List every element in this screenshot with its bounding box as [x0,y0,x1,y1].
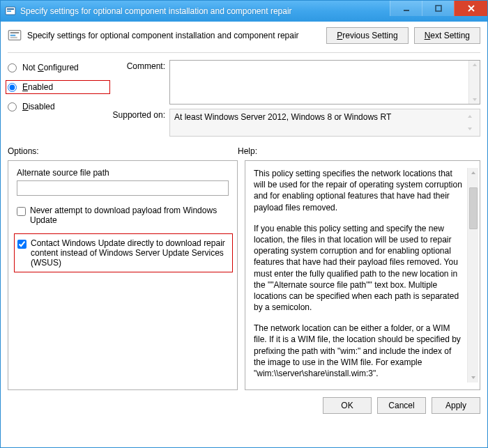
contact-wu-highlight: Contact Windows Update directly to downl… [14,233,233,272]
radio-enabled-highlight: Enabled [6,80,110,94]
svg-rect-6 [10,32,20,33]
svg-rect-2 [7,10,11,12]
comment-textarea[interactable] [170,61,468,104]
options-panel: Alternate source file path Never attempt… [8,160,238,390]
maximize-button[interactable] [422,1,454,16]
close-button[interactable] [454,1,487,16]
comment-label: Comment: [109,60,165,71]
radio-enabled-input[interactable] [8,83,17,92]
svg-rect-7 [10,35,16,36]
alt-path-input[interactable] [17,180,229,196]
radio-disabled-input[interactable] [8,102,17,111]
help-p2: If you enable this policy setting and sp… [254,223,463,314]
scroll-up-icon[interactable] [471,170,476,176]
svg-rect-3 [404,10,409,11]
window-buttons [390,1,487,22]
contact-wu-checkbox-row[interactable]: Contact Windows Update directly to downl… [17,238,228,268]
header-row: Specify settings for optional component … [8,27,480,44]
svg-rect-1 [7,8,14,10]
ok-button[interactable]: OK [323,397,372,414]
body-row: Alternate source file path Never attempt… [8,160,480,390]
options-label: Options: [8,146,238,156]
divider [8,52,480,53]
gpo-editor-window: Specify settings for optional component … [0,0,488,448]
svg-rect-4 [436,6,441,11]
config-grid: Not Configured Enabled Disabled Comment: [8,60,480,137]
policy-icon [8,29,22,43]
titlebar: Specify settings for optional component … [1,1,487,22]
minimize-button[interactable] [390,1,422,16]
supported-scrollbar[interactable] [464,112,475,133]
help-label: Help: [238,146,480,156]
section-labels: Options: Help: [8,146,480,156]
never-download-checkbox[interactable] [17,207,26,216]
radio-not-configured[interactable]: Not Configured [8,63,105,72]
supported-on-box: At least Windows Server 2012, Windows 8 … [169,109,480,137]
supported-on-text: At least Windows Server 2012, Windows 8 … [174,112,464,133]
radio-enabled[interactable]: Enabled [8,82,53,92]
policy-headline: Specify settings for optional component … [27,31,326,40]
scroll-down-icon[interactable] [471,375,476,380]
previous-setting-button[interactable]: Previous Setting [326,27,408,44]
contact-wu-label: Contact Windows Update directly to downl… [31,238,228,268]
app-icon [5,6,16,17]
radio-not-configured-input[interactable] [8,63,17,72]
help-content: This policy setting specifies the networ… [254,168,467,383]
help-p1: This policy setting specifies the networ… [254,168,463,213]
supported-on-label: Supported on: [109,109,165,120]
help-scrollbar[interactable] [467,168,478,383]
dialog-footer: OK Cancel Apply [8,397,480,414]
alt-path-label: Alternate source file path [17,168,229,178]
never-download-label: Never attempt to download payload from W… [30,206,229,225]
contact-wu-checkbox[interactable] [17,240,26,249]
cancel-button[interactable]: Cancel [377,397,426,414]
help-p3: The network location can be either a fol… [254,323,463,379]
scroll-thumb[interactable] [469,187,478,229]
svg-rect-8 [10,37,17,38]
comment-box [169,60,480,105]
never-download-checkbox-row[interactable]: Never attempt to download payload from W… [17,206,229,225]
apply-button[interactable]: Apply [432,397,480,414]
next-setting-button[interactable]: Next Setting [414,27,480,44]
window-title: Specify settings for optional component … [20,6,390,16]
client-area: Specify settings for optional component … [1,22,487,447]
radio-disabled[interactable]: Disabled [8,102,105,111]
help-panel: This policy setting specifies the networ… [245,160,480,390]
comment-scrollbar[interactable] [468,61,480,104]
